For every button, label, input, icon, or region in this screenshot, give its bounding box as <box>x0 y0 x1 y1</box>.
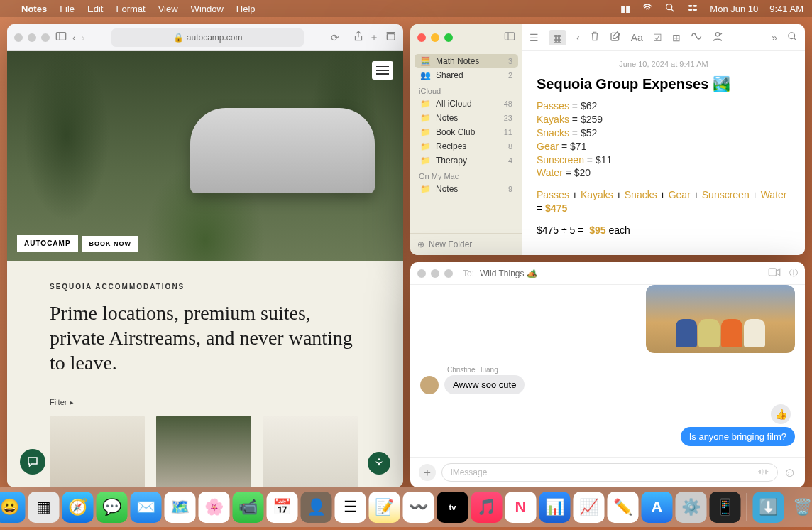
folder-item[interactable]: 👥Shared2 <box>415 68 518 82</box>
folder-icon: 📁 <box>420 127 432 137</box>
media-icon[interactable] <box>691 31 702 43</box>
close-button[interactable] <box>14 33 23 42</box>
facetime-icon[interactable] <box>768 267 781 279</box>
info-icon[interactable]: ⓘ <box>789 267 798 279</box>
dock-appstore[interactable]: A <box>642 492 673 523</box>
spotlight-icon[interactable] <box>664 2 676 16</box>
dock-mail[interactable]: ✉️ <box>131 492 162 523</box>
dock-safari[interactable]: 🧭 <box>62 492 94 523</box>
dock-tv[interactable]: tv <box>437 492 468 523</box>
note-content[interactable]: June 10, 2024 at 9:41 AM Sequoia Group E… <box>522 51 805 246</box>
shared-photo[interactable] <box>646 285 795 353</box>
dock-contacts[interactable]: 👤 <box>301 492 332 523</box>
sidebar-toggle-icon[interactable] <box>55 31 67 43</box>
message-input[interactable]: iMessage <box>441 463 778 482</box>
dock-downloads[interactable]: ⬇️ <box>753 492 784 523</box>
dock-iphone-mirror[interactable]: 📱 <box>710 492 741 523</box>
table-icon[interactable]: ⊞ <box>672 32 681 43</box>
dock-keynote[interactable]: 📊 <box>539 492 571 523</box>
chat-fab[interactable] <box>20 449 45 475</box>
dock-music[interactable]: 🎵 <box>471 492 503 523</box>
accommodation-thumb[interactable] <box>156 416 251 487</box>
folder-item[interactable]: 📁All iCloud48 <box>415 97 518 111</box>
control-center-icon[interactable] <box>687 2 698 16</box>
back-button[interactable]: ‹ <box>72 32 76 43</box>
wifi-icon[interactable] <box>642 2 653 16</box>
dock-trash[interactable]: 🗑️ <box>787 492 813 523</box>
book-now-button[interactable]: BOOK NOW <box>82 236 139 252</box>
reload-icon[interactable]: ⟳ <box>331 32 339 43</box>
close-button[interactable] <box>417 33 426 42</box>
filter-link[interactable]: Filter ▸ <box>50 398 361 407</box>
hamburger-menu[interactable] <box>372 61 393 80</box>
folder-item[interactable]: 📁Notes23 <box>415 111 518 125</box>
minimize-button[interactable] <box>431 269 439 278</box>
dock-notes[interactable]: 📝 <box>369 492 400 523</box>
dock-maps[interactable]: 🗺️ <box>165 492 196 523</box>
audio-message-icon[interactable] <box>757 467 769 478</box>
accommodation-thumb[interactable] <box>50 416 145 487</box>
grid-view-icon[interactable]: ▦ <box>549 30 566 45</box>
dock-calendar[interactable]: 📅 <box>267 492 298 523</box>
share-icon[interactable] <box>353 31 363 44</box>
reaction-bubble[interactable]: 👍 <box>771 404 791 424</box>
dock-numbers[interactable]: 📈 <box>574 492 605 523</box>
list-view-icon[interactable]: ☰ <box>530 32 539 43</box>
menubar-time[interactable]: 9:41 AM <box>769 4 803 14</box>
zoom-button[interactable] <box>444 269 453 278</box>
zoom-button[interactable] <box>444 33 453 42</box>
menu-view[interactable]: View <box>158 4 178 14</box>
menu-format[interactable]: Format <box>116 4 145 14</box>
new-tab-icon[interactable]: ＋ <box>369 31 379 44</box>
dock-facetime[interactable]: 📹 <box>233 492 264 523</box>
format-icon[interactable]: Aa <box>631 32 643 43</box>
forward-button[interactable]: › <box>82 32 85 43</box>
avatar[interactable] <box>420 376 439 394</box>
folder-item[interactable]: 📁Notes9 <box>415 182 518 196</box>
folder-item[interactable]: 🧮Math Notes3 <box>415 54 518 68</box>
folder-item[interactable]: 📁Recipes8 <box>415 139 518 153</box>
close-button[interactable] <box>417 269 426 278</box>
dock-settings[interactable]: ⚙️ <box>676 492 707 523</box>
emoji-icon[interactable]: ☺ <box>784 465 796 480</box>
minimize-button[interactable] <box>28 33 36 42</box>
dock-messages[interactable]: 💬 <box>97 492 128 523</box>
menu-window[interactable]: Window <box>191 4 224 14</box>
folder-item[interactable]: 📁Therapy4 <box>415 153 518 168</box>
messages-body[interactable]: Christine HuangAwww soo cute👍Is anyone b… <box>410 285 805 457</box>
accommodation-thumb[interactable] <box>263 416 358 487</box>
dock-launchpad[interactable]: ▦ <box>28 492 60 523</box>
search-icon[interactable] <box>787 31 798 44</box>
message-bubble-in[interactable]: Awww soo cute <box>444 375 525 394</box>
compose-icon[interactable] <box>610 31 621 44</box>
dock-news[interactable]: N <box>505 492 537 523</box>
menu-help[interactable]: Help <box>236 4 256 14</box>
accessibility-fab[interactable] <box>368 452 390 475</box>
minimize-button[interactable] <box>431 33 439 42</box>
dock-reminders[interactable]: ☰ <box>335 492 366 523</box>
zoom-button[interactable] <box>41 33 50 42</box>
dock-finder[interactable]: 😀 <box>0 492 26 523</box>
battery-icon[interactable]: ▮▮ <box>620 4 630 14</box>
menu-file[interactable]: File <box>60 4 75 14</box>
dock-pages[interactable]: ✏️ <box>608 492 639 523</box>
dock-photos[interactable]: 🌸 <box>199 492 230 523</box>
conversation-name[interactable]: Wild Things 🏕️ <box>480 269 537 278</box>
tabs-icon[interactable] <box>385 31 396 43</box>
site-logo[interactable]: AUTOCAMP <box>17 235 78 252</box>
menubar-date[interactable]: Mon Jun 10 <box>710 4 758 14</box>
folder-item[interactable]: 📁Book Club11 <box>415 125 518 139</box>
new-folder-button[interactable]: ⊕ New Folder <box>410 233 522 255</box>
back-icon[interactable]: ‹ <box>576 32 580 43</box>
url-field[interactable]: 🔒 autocamp.com <box>111 28 304 47</box>
checklist-icon[interactable]: ☑ <box>653 32 662 43</box>
more-icon[interactable]: » <box>772 32 777 43</box>
dock-freeform[interactable]: 〰️ <box>403 492 434 523</box>
sidebar-toggle-icon[interactable] <box>504 31 515 44</box>
add-attachment-button[interactable]: ＋ <box>419 464 436 481</box>
menu-edit[interactable]: Edit <box>87 4 103 14</box>
trash-icon[interactable] <box>590 31 600 44</box>
collab-icon[interactable] <box>712 31 723 44</box>
menubar-app[interactable]: Notes <box>21 4 47 14</box>
message-bubble-out[interactable]: Is anyone bringing film? <box>681 427 795 446</box>
